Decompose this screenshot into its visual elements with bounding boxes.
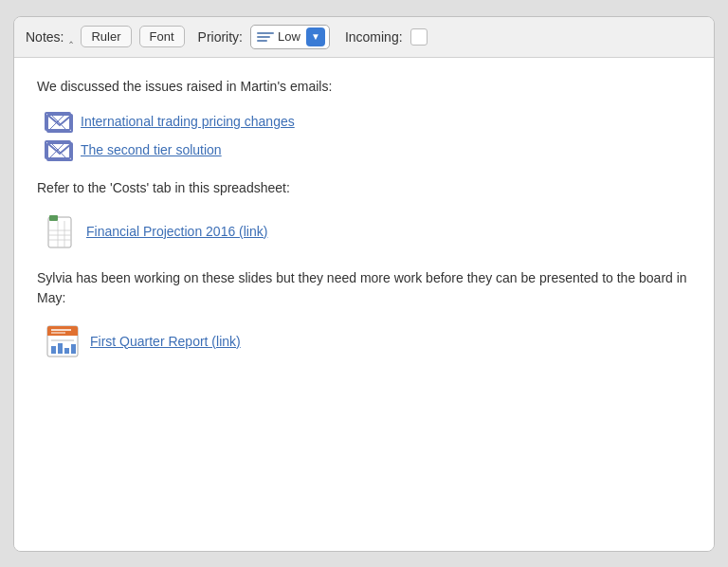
font-button[interactable]: Font <box>139 26 185 47</box>
priority-select[interactable]: Low ▼ <box>250 25 330 49</box>
presentation-link-1[interactable]: First Quarter Report (link) <box>90 334 241 349</box>
svg-rect-0 <box>47 115 72 132</box>
spreadsheet-file-icon <box>45 213 77 249</box>
priority-icon <box>257 30 274 44</box>
svg-rect-1 <box>47 143 72 160</box>
presentation-link-item-1: First Quarter Report (link) <box>45 323 691 359</box>
ruler-button[interactable]: Ruler <box>81 26 131 47</box>
main-container: Notes: ‸ Ruler Font Priority: Low ▼ Inco… <box>13 16 715 552</box>
incoming-label: Incoming: <box>345 29 403 45</box>
email-link-item-2: The second tier solution <box>45 140 691 159</box>
email-links-section: International trading pricing changes Th… <box>45 112 691 159</box>
spreadsheet-link-item-1: Financial Projection 2016 (link) <box>45 213 691 249</box>
collapse-icon[interactable]: ‸ <box>69 30 73 44</box>
paragraph-presentation: Sylvia has been working on these slides … <box>37 268 691 308</box>
email-link-2[interactable]: The second tier solution <box>81 142 222 157</box>
paragraph-emails: We discussed the issues raised in Martin… <box>37 77 691 97</box>
email-icon-2 <box>45 140 71 159</box>
toolbar: Notes: ‸ Ruler Font Priority: Low ▼ Inco… <box>14 17 714 58</box>
notes-text: Notes: <box>26 29 64 45</box>
svg-rect-15 <box>51 346 56 354</box>
svg-rect-18 <box>71 344 76 354</box>
spreadsheet-links-section: Financial Projection 2016 (link) <box>45 213 691 249</box>
svg-rect-2 <box>48 217 71 247</box>
priority-value: Low <box>278 29 300 44</box>
notes-label: Notes: ‸ <box>26 29 73 45</box>
svg-rect-17 <box>64 348 69 354</box>
spreadsheet-link-1[interactable]: Financial Projection 2016 (link) <box>86 224 267 239</box>
incoming-checkbox[interactable] <box>410 28 428 46</box>
presentation-file-icon <box>45 323 81 359</box>
email-icon-1 <box>45 112 71 131</box>
presentation-links-section: First Quarter Report (link) <box>45 323 691 359</box>
email-link-1[interactable]: International trading pricing changes <box>81 114 295 129</box>
svg-rect-3 <box>49 215 58 221</box>
priority-dropdown-arrow[interactable]: ▼ <box>306 27 325 46</box>
paragraph-spreadsheet: Refer to the 'Costs' tab in this spreads… <box>37 178 691 198</box>
email-link-item-1: International trading pricing changes <box>45 112 691 131</box>
content-area: We discussed the issues raised in Martin… <box>14 58 714 551</box>
priority-label: Priority: <box>198 29 243 45</box>
svg-rect-16 <box>58 343 63 354</box>
